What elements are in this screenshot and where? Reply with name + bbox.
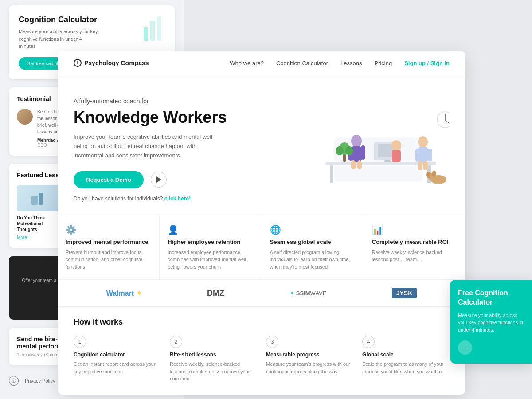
features-section: ⚙️ Improved mental performance Prevent b… xyxy=(58,215,466,280)
play-button[interactable] xyxy=(151,172,167,188)
step-title-3: Measurable progress xyxy=(266,352,353,358)
hero-image xyxy=(312,93,450,191)
svg-rect-14 xyxy=(384,160,391,162)
privacy-policy-link[interactable]: Privacy Policy xyxy=(25,378,55,383)
hero-section: A fully-automated coach for Knowledge Wo… xyxy=(58,75,466,215)
feature-retention: 👤 Higher employee retention Increased em… xyxy=(160,215,262,279)
walmart-logo: Walmart ✦ xyxy=(106,289,142,297)
navigation: i Psychology Compass Who we are? Cogniti… xyxy=(58,51,466,75)
svg-point-32 xyxy=(345,146,353,155)
nav-pricing-link[interactable]: Pricing xyxy=(374,60,392,66)
hero-desc: Improve your team's cognitive abilities … xyxy=(74,133,224,160)
step-4: 4 Global scale Scale the program to as m… xyxy=(362,336,450,383)
hero-actions: Request a Demo xyxy=(74,171,312,188)
avatar xyxy=(17,109,33,125)
logo-text: Psychology Compass xyxy=(84,59,149,66)
nav-signup-link[interactable]: Sign up / Sign in xyxy=(404,60,450,66)
feature-retention-title: Higher employee retention xyxy=(168,239,253,246)
feature-scale-desc: A self-directed program allowing individ… xyxy=(270,249,356,271)
logo-icon: i xyxy=(74,59,82,67)
svg-rect-19 xyxy=(351,160,356,169)
scale-icon: 🌐 xyxy=(270,224,356,235)
feature-retention-desc: Increased employee performance, combined… xyxy=(168,249,253,271)
hero-cta-question: Do you have solutions for individuals? xyxy=(74,196,163,202)
svg-point-38 xyxy=(426,172,431,178)
step-number-4: 4 xyxy=(362,336,375,348)
step-desc-4: Scale the program to as many of your tea… xyxy=(362,360,450,375)
ssimwave-logo: ✦ SSIMWAVE xyxy=(289,290,326,297)
svg-rect-28 xyxy=(423,161,428,170)
svg-point-33 xyxy=(437,112,450,128)
mental-icon: ⚙️ xyxy=(66,224,151,235)
floating-card-title: Free Cognition Calculator xyxy=(458,289,524,307)
roi-icon: 📊 xyxy=(372,224,458,235)
floating-cognition-card: Free Cognition Calculator Measure your a… xyxy=(450,280,532,364)
svg-point-31 xyxy=(336,146,344,155)
svg-rect-1 xyxy=(150,21,155,41)
step-desc-3: Measure your team's progress with our co… xyxy=(266,360,353,375)
hero-text: A fully-automated coach for Knowledge Wo… xyxy=(74,93,312,202)
feature-roi-desc: Receive weekly, science-backed lessons p… xyxy=(372,249,458,263)
feature-scale: 🌐 Seamless global scale A self-directed … xyxy=(262,215,364,279)
svg-rect-2 xyxy=(157,16,161,41)
svg-rect-0 xyxy=(144,27,148,41)
play-icon xyxy=(156,176,161,183)
step-number-2: 2 xyxy=(170,336,182,348)
nav-lessons-link[interactable]: Lessons xyxy=(340,60,362,66)
lesson-more-1[interactable]: More → xyxy=(17,235,64,240)
feature-mental-desc: Prevent burnout and improve focus, commu… xyxy=(66,249,151,271)
dmz-logo: DMZ xyxy=(207,289,224,298)
feature-roi: 📊 Completely measurable ROI Receive week… xyxy=(364,215,466,279)
lesson-name-1: Do You Think Motivational Thoughts xyxy=(17,215,64,232)
step-desc-2: Receive weekly, science-backed lessons t… xyxy=(170,360,257,383)
arrow-right-icon: → xyxy=(462,344,468,351)
jysk-logo: JYSK xyxy=(392,288,417,298)
feature-mental-title: Improved mental performance xyxy=(66,239,151,246)
step-title-1: Cognition calculator xyxy=(74,352,161,358)
calc-decoration xyxy=(135,10,170,45)
floating-card-desc: Measure your ability across your key cog… xyxy=(458,312,524,334)
svg-rect-4 xyxy=(39,193,43,205)
how-title: How it works xyxy=(74,317,450,327)
svg-rect-22 xyxy=(392,150,401,162)
nav-who-link[interactable]: Who we are? xyxy=(230,60,264,66)
hero-cta-link[interactable]: click here! xyxy=(164,196,191,202)
step-3: 3 Measurable progress Measure your team'… xyxy=(266,336,353,383)
feature-mental: ⚙️ Improved mental performance Prevent b… xyxy=(58,215,160,279)
floating-arrow-button[interactable]: → xyxy=(458,340,472,355)
calc-card-desc: Measure your ability across your key cog… xyxy=(19,28,98,50)
retention-icon: 👤 xyxy=(168,224,253,235)
svg-rect-25 xyxy=(415,149,420,162)
step-number-1: 1 xyxy=(74,336,86,348)
svg-point-23 xyxy=(418,136,428,148)
how-it-works-section: How it works 1 Cognition calculator Get … xyxy=(58,307,466,391)
svg-rect-18 xyxy=(361,145,365,160)
hero-title: Knowledge Workers xyxy=(74,108,312,126)
nav-links: Who we are? Cognition Calculator Lessons… xyxy=(230,60,450,66)
hero-illustration xyxy=(312,93,450,191)
feature-roi-title: Completely measurable ROI xyxy=(372,239,458,246)
hero-subtitle: A fully-automated coach for xyxy=(74,98,312,105)
step-title-4: Global scale xyxy=(362,352,450,358)
svg-point-15 xyxy=(351,135,362,147)
step-number-3: 3 xyxy=(266,336,278,348)
svg-rect-20 xyxy=(357,160,362,169)
info-icon: ⓘ xyxy=(9,376,19,386)
nav-calculator-link[interactable]: Cognition Calculator xyxy=(276,60,328,66)
feature-scale-title: Seamless global scale xyxy=(270,239,356,246)
main-panel: i Psychology Compass Who we are? Cogniti… xyxy=(58,51,466,395)
svg-point-39 xyxy=(432,171,436,177)
hero-cta-line: Do you have solutions for individuals? c… xyxy=(74,196,312,202)
svg-point-21 xyxy=(391,140,401,151)
step-desc-1: Get an instant report card across your k… xyxy=(74,360,161,375)
request-demo-button[interactable]: Request a Demo xyxy=(74,171,144,188)
walmart-star: ✦ xyxy=(136,289,142,297)
step-1: 1 Cognition calculator Get an instant re… xyxy=(74,336,161,383)
svg-rect-3 xyxy=(31,196,38,205)
step-title-2: Bite-sized lessons xyxy=(170,352,257,358)
svg-rect-26 xyxy=(428,149,432,162)
svg-rect-27 xyxy=(418,161,422,170)
lesson-thumb-1 xyxy=(17,185,64,211)
step-2: 2 Bite-sized lessons Receive weekly, sci… xyxy=(170,336,257,383)
svg-rect-10 xyxy=(330,165,333,183)
